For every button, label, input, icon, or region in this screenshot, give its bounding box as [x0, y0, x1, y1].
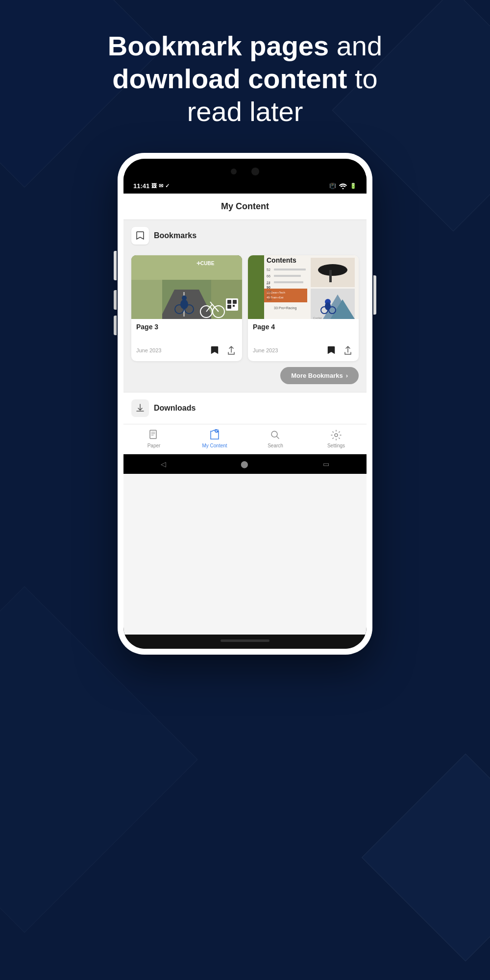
app-title: My Content — [123, 194, 367, 220]
nav-item-settings[interactable]: Settings — [321, 428, 351, 448]
nav-item-search[interactable]: Search — [261, 428, 290, 448]
card-2-share-button[interactable] — [342, 344, 354, 356]
downloads-label: Downloads — [154, 404, 196, 413]
nav-paper-label: Paper — [147, 443, 161, 448]
svg-rect-19 — [233, 300, 237, 304]
hero-line2-rest: to — [347, 63, 377, 94]
android-nav-bar: ◁ ⬤ ▭ — [123, 454, 367, 474]
status-time: 11:41 — [133, 182, 149, 190]
phone-screen: 11:41 🖼 ✉ ✓ 📳 🔋 — [123, 159, 367, 649]
svg-text:Contents: Contents — [267, 256, 296, 264]
camera-dot-small — [231, 169, 237, 174]
section-header-row: Bookmarks — [131, 227, 359, 245]
my-content-icon — [209, 428, 220, 441]
battery-icon: 🔋 — [350, 183, 357, 189]
vibrate-icon: 📳 — [329, 183, 336, 189]
wifi-icon — [339, 183, 347, 189]
card-2-footer: June 2023 — [248, 344, 359, 361]
volume-up-button — [114, 290, 117, 310]
svg-point-55 — [271, 431, 277, 437]
recents-button[interactable]: ▭ — [323, 460, 329, 468]
downloads-icon-box — [131, 399, 149, 417]
bookmark-card-2[interactable]: Contents Contents — [248, 255, 359, 361]
bookmarks-section-header: Bookmarks — [123, 220, 367, 249]
hero-line2-bold: download content — [112, 63, 347, 94]
card-1-body: Page 3 — [131, 319, 242, 344]
svg-rect-20 — [227, 305, 231, 309]
downloads-section: Downloads — [123, 392, 367, 424]
bottom-navigation: Paper My Content — [123, 424, 367, 454]
hero-line1-bold: Bookmark pages — [108, 30, 329, 61]
card-1-image: ✛CUBE — [131, 255, 242, 319]
hero-line3: read later — [187, 96, 303, 127]
card-1-footer: June 2023 — [131, 344, 242, 361]
hero-line1-rest: and — [329, 30, 382, 61]
nav-search-label: Search — [268, 443, 283, 448]
bookmark-icon-box — [131, 227, 149, 245]
svg-text:33 Pro+Racing: 33 Pro+Racing — [274, 306, 297, 310]
chevron-right-icon: › — [346, 372, 348, 379]
svg-rect-28 — [329, 270, 332, 282]
svg-rect-5 — [131, 255, 242, 280]
home-indicator — [123, 635, 367, 649]
cycling-image: ✛CUBE — [131, 255, 242, 319]
nav-item-paper[interactable]: Paper — [139, 428, 169, 448]
card-1-bookmark-button[interactable] — [209, 344, 220, 356]
svg-point-0 — [343, 188, 344, 189]
card-1-share-button[interactable] — [225, 344, 237, 356]
card-1-date: June 2023 — [136, 347, 161, 353]
svg-rect-53 — [150, 430, 156, 439]
card-1-actions — [209, 344, 237, 356]
svg-text:90: 90 — [267, 286, 270, 289]
card-2-actions — [325, 344, 354, 356]
card-2-bookmark-button[interactable] — [325, 344, 337, 356]
svg-text:130: 130 — [267, 298, 272, 301]
home-button[interactable]: ⬤ — [241, 460, 248, 468]
svg-rect-23 — [248, 255, 264, 319]
svg-rect-18 — [227, 300, 231, 304]
svg-rect-21 — [233, 305, 235, 307]
nav-settings-label: Settings — [327, 443, 345, 448]
svg-point-27 — [318, 264, 347, 276]
svg-text:52: 52 — [267, 268, 270, 271]
svg-text:✛CUBE: ✛CUBE — [196, 261, 215, 266]
svg-rect-33 — [274, 275, 301, 277]
settings-icon — [330, 428, 342, 441]
hero-header: Bookmark pages and download content to r… — [0, 0, 490, 148]
search-icon — [270, 428, 281, 441]
card-2-page: Page 4 — [253, 323, 354, 331]
svg-rect-35 — [274, 281, 303, 283]
status-bar: 11:41 🖼 ✉ ✓ 📳 🔋 — [123, 182, 367, 194]
svg-text:100: 100 — [267, 290, 272, 293]
svg-text:84: 84 — [267, 282, 270, 285]
svg-text:111: 111 — [267, 294, 272, 297]
email-icon: ✉ — [159, 183, 163, 189]
card-2-image: Contents Contents — [248, 255, 359, 319]
card-2-body: Page 4 — [248, 319, 359, 344]
app-screen: My Content Bookmarks — [123, 194, 367, 635]
home-pill — [220, 639, 270, 642]
volume-down-button — [114, 316, 117, 335]
nav-item-my-content[interactable]: My Content — [200, 428, 229, 448]
svg-text:66: 66 — [267, 274, 270, 278]
camera-area — [123, 159, 367, 182]
status-right: 📳 🔋 — [329, 183, 357, 189]
more-bookmarks-button[interactable]: More Bookmarks › — [280, 367, 359, 384]
more-bookmarks-wrapper: More Bookmarks › — [123, 367, 367, 392]
svg-rect-31 — [274, 269, 306, 270]
back-button[interactable]: ◁ — [161, 460, 166, 468]
bookmarks-cards-grid: ✛CUBE Page 3 June 2023 — [123, 249, 367, 367]
svg-point-8 — [180, 299, 188, 309]
card-1-page: Page 3 — [136, 323, 237, 331]
bookmarks-label: Bookmarks — [154, 231, 196, 240]
phone-mockup: 11:41 🖼 ✉ ✓ 📳 🔋 — [0, 148, 490, 655]
volume-buttons — [114, 290, 117, 335]
camera-dot-main — [251, 168, 259, 175]
svg-point-56 — [335, 434, 338, 437]
nav-mycontent-label: My Content — [202, 443, 227, 448]
check-icon: ✓ — [165, 183, 170, 189]
svg-point-9 — [182, 295, 187, 300]
bookmark-card-1[interactable]: ✛CUBE Page 3 June 2023 — [131, 255, 242, 361]
paper-icon — [148, 428, 160, 441]
svg-text:Cyclist: Cyclist — [313, 317, 322, 319]
